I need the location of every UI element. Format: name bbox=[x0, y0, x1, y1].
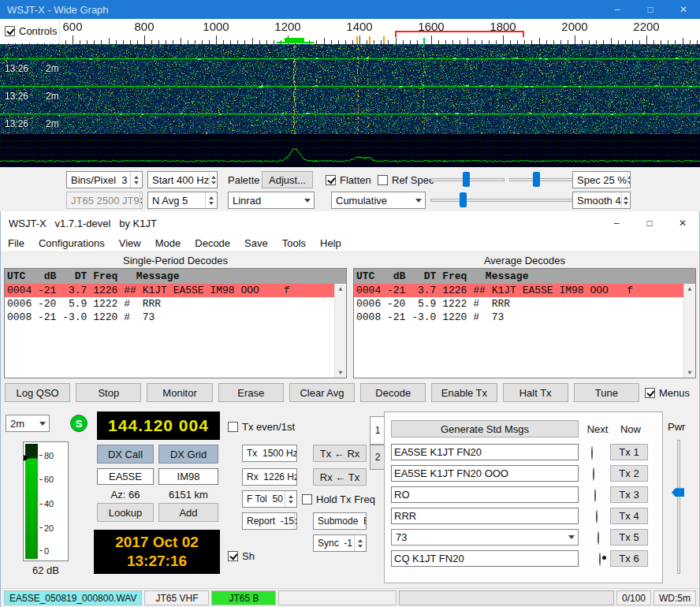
slider-thumb[interactable] bbox=[463, 172, 470, 187]
spinner-arrows-icon[interactable] bbox=[621, 192, 630, 208]
tab-messages-2[interactable]: 2 bbox=[370, 445, 385, 470]
tx4-message-field[interactable] bbox=[391, 508, 579, 524]
gain-slider-3[interactable] bbox=[430, 192, 583, 209]
spinner-arrows-icon[interactable] bbox=[205, 192, 217, 208]
flatten-checkbox[interactable]: Flatten bbox=[326, 174, 371, 186]
tx-even-checkbox-box[interactable] bbox=[228, 422, 238, 432]
flatten-checkbox-box[interactable] bbox=[326, 175, 336, 185]
spinner-arrows-icon[interactable] bbox=[354, 535, 366, 551]
slider-thumb[interactable] bbox=[460, 192, 467, 207]
log-qso-button[interactable]: Log QSO bbox=[5, 383, 70, 402]
tx4-now-button[interactable]: Tx 4 bbox=[610, 508, 648, 524]
enable-tx-button[interactable]: Enable Tx bbox=[431, 383, 497, 402]
tx2-message-field[interactable] bbox=[391, 465, 579, 482]
tx-freq-spinner[interactable]: Tx 1500 Hz bbox=[242, 445, 297, 462]
scroll-down-icon[interactable]: ▼ bbox=[339, 369, 343, 376]
sync-spinner[interactable]: Sync -1 bbox=[313, 534, 367, 552]
palette-select[interactable]: Linrad bbox=[228, 192, 315, 209]
decode-row[interactable]: 0004 -21 3.7 1226 ## K1JT EA5SE IM98 OOO… bbox=[354, 284, 695, 297]
spectrum-mode-select[interactable]: Cumulative bbox=[331, 192, 426, 209]
smooth-spinner[interactable]: Smooth 4 bbox=[572, 192, 631, 209]
spinner-arrows-icon[interactable] bbox=[294, 513, 297, 529]
sh-checkbox[interactable]: Sh bbox=[228, 550, 255, 562]
add-button[interactable]: Add bbox=[158, 503, 218, 522]
wide-graph-titlebar[interactable]: WSJT-X - Wide Graph – □ ✕ bbox=[0, 0, 700, 19]
menu-mode[interactable]: Mode bbox=[148, 235, 188, 251]
scroll-up-icon[interactable]: ▲ bbox=[339, 285, 343, 292]
menu-view[interactable]: View bbox=[112, 235, 148, 251]
menu-help[interactable]: Help bbox=[313, 235, 348, 251]
ref-spec-checkbox[interactable]: Ref Spec bbox=[378, 174, 434, 186]
sh-checkbox-box[interactable] bbox=[228, 551, 238, 561]
ref-spec-checkbox-box[interactable] bbox=[378, 175, 388, 185]
menus-checkbox[interactable]: Menus bbox=[645, 387, 695, 399]
tx2-next-radio[interactable] bbox=[593, 467, 594, 481]
decode-row[interactable]: 0006 -20 5.9 1222 # RRR bbox=[354, 297, 695, 311]
scrollbar[interactable]: ▲ ▼ bbox=[334, 284, 346, 378]
tx-from-rx-button[interactable]: Tx ← Rx bbox=[313, 445, 367, 462]
close-icon[interactable]: ✕ bbox=[666, 211, 699, 235]
spinner-arrows-icon[interactable] bbox=[285, 491, 296, 507]
waterfall-canvas[interactable] bbox=[0, 44, 700, 134]
erase-button[interactable]: Erase bbox=[218, 383, 284, 402]
stop-button[interactable]: Stop bbox=[76, 383, 141, 402]
scroll-up-icon[interactable]: ▲ bbox=[688, 285, 692, 292]
adjust-button[interactable]: Adjust... bbox=[262, 171, 313, 188]
dx-call-field[interactable] bbox=[97, 468, 154, 485]
close-icon[interactable]: ✕ bbox=[667, 0, 700, 19]
report-spinner[interactable]: Report -15 bbox=[242, 512, 297, 530]
frequency-scale[interactable]: 600 800 1000 1200 1400 1600 1800 2000 22… bbox=[0, 19, 700, 44]
halt-tx-button[interactable]: Halt Tx bbox=[503, 383, 568, 402]
maximize-icon[interactable]: □ bbox=[634, 0, 667, 19]
tx1-message-field[interactable] bbox=[391, 444, 579, 460]
spinner-arrows-icon[interactable] bbox=[130, 172, 142, 188]
hold-tx-freq-checkbox-box[interactable] bbox=[302, 494, 312, 505]
dx-call-button[interactable]: DX Call bbox=[97, 445, 154, 464]
f-tol-spinner[interactable]: F Tol 50 bbox=[242, 490, 297, 508]
tx5-message-combo[interactable]: 73 bbox=[391, 529, 579, 546]
menu-save[interactable]: Save bbox=[237, 235, 275, 251]
tx3-message-field[interactable] bbox=[391, 486, 579, 503]
hold-tx-freq-checkbox[interactable]: Hold Tx Freq bbox=[302, 493, 375, 505]
decode-row[interactable]: 0006 -20 5.9 1222 # RRR bbox=[5, 297, 346, 311]
menu-configurations[interactable]: Configurations bbox=[32, 235, 112, 251]
slider-thumb[interactable] bbox=[533, 172, 540, 187]
tx1-now-button[interactable]: Tx 1 bbox=[610, 444, 648, 460]
scrollbar[interactable]: ▲ ▼ bbox=[683, 284, 695, 378]
slider-thumb[interactable] bbox=[672, 488, 684, 497]
submode-spinner[interactable]: Submode B bbox=[313, 512, 367, 530]
rx-freq-spinner[interactable]: Rx 1226 Hz bbox=[242, 468, 297, 486]
decode-row[interactable]: 0008 -21 -3.0 1220 # 73 bbox=[5, 311, 346, 324]
tx4-next-radio[interactable] bbox=[596, 510, 598, 523]
tx5-next-radio[interactable] bbox=[598, 531, 599, 545]
n-avg-spinner[interactable]: N Avg 5 bbox=[147, 192, 218, 209]
menu-tools[interactable]: Tools bbox=[275, 235, 313, 251]
tune-button[interactable]: Tune bbox=[574, 383, 639, 402]
decode-row[interactable]: 0004 -21 3.7 1226 ## K1JT EA5SE IM98 OOO… bbox=[5, 284, 346, 297]
monitor-button[interactable]: Monitor bbox=[147, 383, 212, 402]
minimize-icon[interactable]: – bbox=[600, 211, 633, 235]
tx6-message-field[interactable] bbox=[391, 550, 579, 567]
generate-std-msgs-button[interactable]: Generate Std Msgs bbox=[391, 420, 579, 438]
tx2-now-button[interactable]: Tx 2 bbox=[610, 465, 648, 482]
main-titlebar[interactable]: WSJT-X v1.7.1-devel by K1JT – □ ✕ bbox=[1, 211, 699, 235]
bins-per-pixel-spinner[interactable]: Bins/Pixel 3 bbox=[66, 171, 143, 188]
minimize-icon[interactable]: – bbox=[601, 0, 634, 19]
spinner-arrows-icon[interactable] bbox=[209, 172, 217, 188]
decode-row[interactable]: 0008 -21 -3.0 1220 # 73 bbox=[354, 311, 695, 324]
tx1-next-radio[interactable] bbox=[591, 446, 593, 460]
scroll-down-icon[interactable]: ▼ bbox=[688, 369, 692, 376]
lookup-button[interactable]: Lookup bbox=[97, 503, 154, 522]
tx6-next-radio[interactable] bbox=[599, 553, 601, 566]
tx5-now-button[interactable]: Tx 5 bbox=[610, 529, 648, 546]
rx-from-tx-button[interactable]: Rx ← Tx bbox=[313, 468, 367, 486]
maximize-icon[interactable]: □ bbox=[633, 211, 666, 235]
spec-spinner[interactable]: Spec 25 % bbox=[572, 171, 631, 188]
band-select[interactable]: 2m bbox=[6, 415, 50, 432]
menu-file[interactable]: File bbox=[1, 235, 32, 251]
tx3-now-button[interactable]: Tx 3 bbox=[610, 486, 648, 503]
waterfall[interactable]: 13:26 2m 13:26 2m 13:26 2m bbox=[0, 44, 700, 134]
dx-grid-field[interactable] bbox=[158, 468, 218, 485]
controls-checkbox-box[interactable] bbox=[5, 26, 15, 36]
tx3-next-radio[interactable] bbox=[594, 489, 596, 502]
